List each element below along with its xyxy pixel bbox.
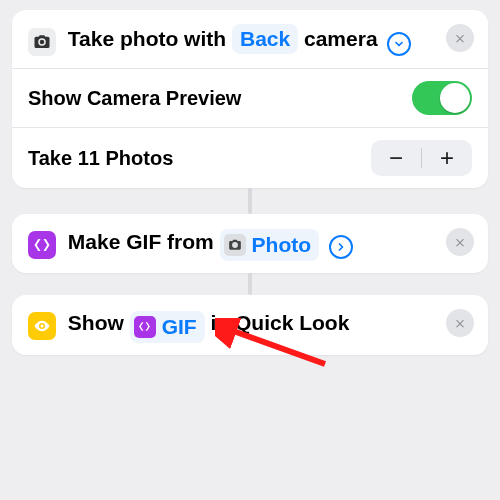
camera-app-icon [28, 28, 56, 56]
expand-options-icon[interactable] [329, 235, 353, 259]
remove-action-icon[interactable] [446, 309, 474, 337]
action-title-pre: Take photo with [68, 27, 226, 50]
flow-connector [248, 188, 252, 214]
action-card-take-photo: Take photo with Back camera Show Camera … [12, 10, 488, 188]
photo-count-stepper[interactable]: − + [371, 140, 472, 176]
param-camera[interactable]: Back [232, 24, 298, 54]
param-from[interactable]: Photo [220, 229, 319, 261]
gif-chip-icon [134, 316, 156, 338]
remove-action-icon[interactable] [446, 24, 474, 52]
action-title-post: in Quick Look [211, 311, 350, 334]
row-show-camera-preview: Show Camera Preview [12, 69, 488, 127]
gif-app-icon [28, 231, 56, 259]
remove-action-icon[interactable] [446, 228, 474, 256]
action-header: Show GIF in Quick Look [12, 295, 488, 355]
stepper-plus[interactable]: + [422, 140, 472, 176]
action-header: Take photo with Back camera [12, 10, 488, 68]
action-title-pre: Make GIF from [68, 230, 214, 253]
action-title-post: camera [304, 27, 378, 50]
row-take-photos: Take 11 Photos − + [12, 128, 488, 188]
flow-connector [248, 273, 252, 295]
row-label: Take 11 Photos [28, 147, 173, 170]
show-preview-toggle[interactable] [412, 81, 472, 115]
param-quicklook[interactable]: GIF [130, 311, 205, 343]
expand-options-icon[interactable] [387, 32, 411, 56]
row-label: Show Camera Preview [28, 87, 241, 110]
stepper-minus[interactable]: − [371, 140, 421, 176]
action-card-make-gif: Make GIF from Photo [12, 214, 488, 273]
action-title-pre: Show [68, 311, 124, 334]
action-header: Make GIF from Photo [12, 214, 488, 273]
action-card-quick-look: Show GIF in Quick Look [12, 295, 488, 355]
camera-chip-icon [224, 234, 246, 256]
quicklook-app-icon [28, 312, 56, 340]
